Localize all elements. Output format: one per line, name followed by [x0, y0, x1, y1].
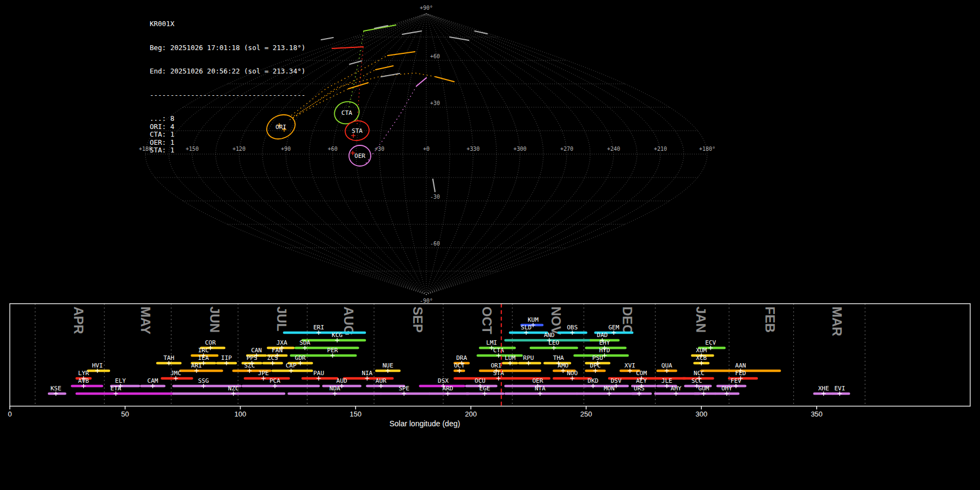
- map-meridian: [333, 14, 426, 295]
- shower-code-label-leo: LEO: [548, 339, 559, 346]
- meteor-observation-screen: KR001X Beg: 20251026 17:01:18 (sol = 213…: [0, 0, 980, 490]
- begin-time-line: Beg: 20251026 17:01:18 (sol = 213.18°): [150, 44, 305, 52]
- shower-code-label-ncc: NCC: [694, 370, 705, 377]
- shower-code-label-xum: XUM: [696, 347, 707, 354]
- trail-backtrack-path: [349, 31, 364, 107]
- month-label: OCT: [480, 307, 494, 334]
- meteor-trail: [376, 66, 393, 70]
- map-longitude-label: +270: [560, 146, 573, 152]
- shower-code-label-dra: DRA: [456, 354, 467, 362]
- map-meridian: [426, 14, 590, 295]
- x-axis-tick-label: 100: [235, 410, 247, 418]
- shower-code-label-eri: ERI: [313, 324, 324, 331]
- meteor-trail: [433, 179, 435, 192]
- shower-code-label-ehy: EHY: [599, 339, 610, 346]
- shower-code-label-evi: EVI: [834, 385, 845, 392]
- shower-code-label-pca: PCA: [270, 377, 280, 384]
- shower-code-label-dpc: DPC: [590, 362, 601, 369]
- shower-code-label-ari: ARI: [191, 362, 202, 369]
- shower-code-label-ahy: AHY: [671, 385, 682, 392]
- x-axis-tick-label: 250: [580, 410, 592, 418]
- map-longitude-label: +210: [654, 146, 667, 152]
- shower-code-label-avb: AVB: [78, 377, 89, 384]
- shower-code-label-cam: CAM: [148, 377, 158, 384]
- shower-code-label-oer: OER: [532, 377, 543, 384]
- shower-code-label-jxa: JXA: [277, 339, 287, 346]
- shower-code-label-hyd: HYD: [599, 347, 610, 354]
- shower-code-label-nia: NIA: [362, 370, 372, 377]
- map-longitude-label: +180°: [699, 146, 715, 152]
- month-label: MAR: [830, 307, 844, 336]
- shower-code-label-fan: FAN: [272, 347, 283, 354]
- shower-code-label-dsv: DSV: [611, 377, 622, 384]
- shower-code-label-per: PER: [327, 347, 338, 354]
- map-latitude-label: -90°: [420, 298, 433, 303]
- meteor-trail: [402, 31, 421, 34]
- trail-backtrack-path: [366, 86, 416, 163]
- end-time-line: End: 20251026 20:56:22 (sol = 213.34°): [150, 68, 305, 76]
- shower-code-label-ssg: SSG: [198, 377, 209, 384]
- shower-code-label-tha: THA: [553, 354, 564, 362]
- map-latitude-label: -30: [430, 194, 440, 200]
- map-longitude-label: +330: [467, 146, 480, 152]
- separator-line: --------------------------------------: [150, 91, 305, 100]
- radiant-sky-map: +180+150+120+90+60+30+0+330+300+270+240+…: [0, 0, 980, 303]
- shower-code-label-kum: KUM: [528, 316, 538, 323]
- station-id: KR001X: [150, 20, 305, 28]
- shower-code-label-oct: OCT: [454, 362, 465, 369]
- meteor-trail: [436, 77, 454, 82]
- shower-code-label-gdr: GDR: [295, 354, 306, 362]
- shower-code-label-ori: ORI: [491, 362, 501, 369]
- map-meridian: [403, 14, 426, 295]
- x-axis-tick-label: 0: [8, 410, 11, 418]
- shower-code-label-jpe: JPE: [258, 370, 269, 377]
- shower-code-label-sta: STA: [493, 370, 504, 377]
- shower-code-label-ocu: OCU: [475, 377, 486, 384]
- meteor-trail: [350, 61, 362, 64]
- shower-code-label-ohy: OHY: [721, 385, 732, 392]
- shower-code-label-urs: URS: [634, 385, 645, 392]
- meteor-trail: [450, 37, 469, 40]
- shower-code-label-sld: SLD: [521, 324, 532, 331]
- shower-code-label-rpu: RPU: [523, 354, 534, 362]
- count-row: ORI: 4: [150, 123, 305, 131]
- shower-code-label-pps: PPS: [247, 354, 258, 362]
- shower-code-label-lum: LUM: [505, 354, 516, 362]
- shower-code-label-lmi: LMI: [486, 339, 497, 346]
- shower-code-label-irc: IRC: [198, 347, 209, 354]
- shower-code-label-com: COM: [636, 370, 647, 377]
- meteor-trail: [321, 38, 333, 40]
- shower-code-label-xcb: XCB: [696, 354, 707, 362]
- radiant-label-oer: OER: [354, 152, 365, 160]
- trail-backtrack-path: [294, 70, 376, 116]
- x-axis-tick-label: 200: [465, 410, 477, 418]
- shower-code-label-ard: ARD: [443, 385, 454, 392]
- map-latitude-label: +90°: [420, 5, 433, 11]
- shower-code-label-nta: NTA: [535, 385, 546, 392]
- shower-code-label-eta: ETA: [111, 385, 121, 392]
- map-latitude-label: +60: [430, 53, 440, 59]
- shower-code-label-tah: TAH: [163, 354, 174, 362]
- count-row: CTA: 1: [150, 131, 305, 139]
- radiant-label-sta: STA: [352, 127, 363, 134]
- x-axis-tick-label: 300: [695, 410, 707, 418]
- shower-code-label-xhe: XHE: [818, 385, 829, 392]
- x-axis-tick-label: 350: [811, 410, 823, 418]
- meteor-trail: [332, 47, 363, 48]
- shower-code-label-cor: COR: [205, 339, 216, 346]
- shower-code-label-aur: AUR: [376, 377, 387, 384]
- shower-code-label-amo: AMO: [558, 362, 568, 369]
- meteor-trail: [348, 83, 368, 89]
- shower-code-label-iea: IEA: [198, 354, 209, 362]
- shower-code-label-and: AND: [544, 332, 555, 339]
- map-meridian: [426, 14, 707, 295]
- shower-code-label-jmc: JMC: [170, 370, 181, 377]
- shower-code-label-fev: FEV: [731, 377, 742, 384]
- shower-code-label-mon: MON: [604, 385, 615, 392]
- month-label: DEC: [620, 307, 635, 334]
- shower-code-label-scc: SCC: [691, 377, 702, 384]
- shower-code-label-pau: PAU: [313, 370, 324, 377]
- shower-code-label-cap: CAP: [286, 362, 297, 369]
- month-label: MAY: [138, 307, 153, 334]
- shower-code-label-aud: AUD: [336, 377, 347, 384]
